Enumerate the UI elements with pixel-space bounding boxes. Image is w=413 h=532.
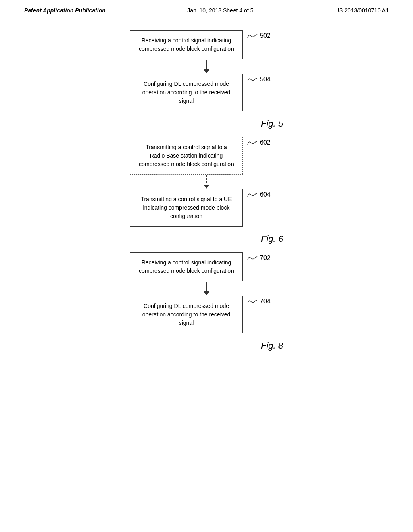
figure-6-flow: Transmitting a control signal to a Radio…	[130, 137, 283, 227]
fig5-label-container: Fig. 5	[130, 115, 283, 129]
fig6-label-container: Fig. 6	[130, 231, 283, 244]
figure-7-flow: Receiving a control signal indicating co…	[130, 252, 283, 333]
squiggle-602-icon	[247, 139, 258, 146]
squiggle-702-icon	[247, 254, 258, 262]
flow-step-604: Transmitting a control signal to a UE in…	[130, 189, 283, 227]
fig8-label-container: Fig. 8	[130, 337, 283, 351]
fig5-label: Fig. 5	[261, 118, 283, 129]
figure-5-flow: Receiving a control signal indicating co…	[130, 30, 283, 111]
page-header: Patent Application Publication Jan. 10, …	[0, 0, 413, 18]
ref-504: 504	[260, 76, 271, 83]
box-704: Configuring DL compressed mode operation…	[130, 296, 243, 333]
label-502: 502	[247, 30, 271, 39]
label-602: 602	[247, 137, 271, 146]
box-504-text: Configuring DL compressed mode operation…	[138, 80, 234, 105]
box-604: Transmitting a control signal to a UE in…	[130, 189, 243, 227]
flow-step-504: Configuring DL compressed mode operation…	[130, 74, 283, 111]
figure-5-section: Receiving a control signal indicating co…	[24, 30, 389, 129]
box-502-text: Receiving a control signal indicating co…	[138, 36, 234, 53]
box-704-text: Configuring DL compressed mode operation…	[138, 302, 234, 327]
fig8-label: Fig. 8	[261, 341, 283, 351]
ref-602: 602	[260, 139, 271, 146]
squiggle-502-icon	[247, 32, 258, 39]
squiggle-704-icon	[247, 298, 258, 305]
ref-704: 704	[260, 298, 271, 305]
flow-step-702: Receiving a control signal indicating co…	[130, 252, 283, 281]
ref-604: 604	[260, 191, 271, 198]
header-right: US 2013/0010710 A1	[335, 7, 389, 14]
box-702-text: Receiving a control signal indicating co…	[138, 258, 234, 275]
arrow-602-604	[150, 175, 263, 189]
box-602: Transmitting a control signal to a Radio…	[130, 137, 243, 175]
figure-7-section: Receiving a control signal indicating co…	[24, 252, 389, 351]
ref-502: 502	[260, 32, 271, 39]
flow-step-502: Receiving a control signal indicating co…	[130, 30, 283, 59]
box-602-text: Transmitting a control signal to a Radio…	[138, 143, 234, 168]
arrow-702-704	[150, 281, 263, 296]
box-702: Receiving a control signal indicating co…	[130, 252, 243, 281]
squiggle-504-icon	[247, 76, 258, 83]
arrow-502-504	[150, 59, 263, 74]
label-702: 702	[247, 252, 271, 262]
label-504: 504	[247, 74, 271, 83]
box-504: Configuring DL compressed mode operation…	[130, 74, 243, 111]
figure-6-section: Transmitting a control signal to a Radio…	[24, 137, 389, 244]
header-center: Jan. 10, 2013 Sheet 4 of 5	[187, 7, 253, 14]
flow-step-602: Transmitting a control signal to a Radio…	[130, 137, 283, 175]
box-502: Receiving a control signal indicating co…	[130, 30, 243, 59]
fig6-label: Fig. 6	[261, 234, 283, 244]
ref-702: 702	[260, 254, 271, 262]
flow-step-704: Configuring DL compressed mode operation…	[130, 296, 283, 333]
diagram-area: Receiving a control signal indicating co…	[0, 18, 413, 371]
label-704: 704	[247, 296, 271, 305]
box-604-text: Transmitting a control signal to a UE in…	[138, 195, 234, 220]
patent-page: Patent Application Publication Jan. 10, …	[0, 0, 413, 532]
label-604: 604	[247, 189, 271, 198]
squiggle-604-icon	[247, 191, 258, 198]
header-left: Patent Application Publication	[24, 7, 106, 14]
